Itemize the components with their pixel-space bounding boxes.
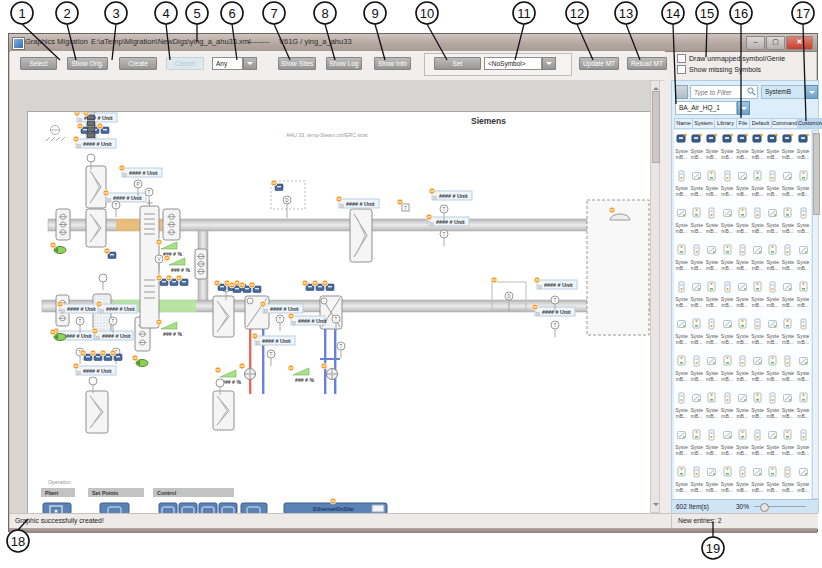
symbol-item[interactable]: SystemB... bbox=[750, 464, 765, 493]
symbol-item[interactable]: SystemB... bbox=[704, 279, 719, 308]
damper[interactable] bbox=[56, 209, 70, 240]
symbol-item[interactable]: SystemB... bbox=[780, 279, 795, 308]
symbol-item[interactable]: SystemB... bbox=[689, 353, 704, 382]
symbol-item[interactable]: SystemB... bbox=[750, 242, 765, 271]
column-header-default[interactable]: Default bbox=[750, 118, 772, 129]
library-combo[interactable]: BA_Air_HQ_1 bbox=[675, 101, 737, 115]
symbol-item[interactable]: SystemB... bbox=[765, 316, 780, 345]
symbol-item[interactable]: SystemB... bbox=[796, 353, 811, 382]
title-bar[interactable]: Graphics Migration E:\aTemp\Migration\Ne… bbox=[9, 34, 817, 52]
symbol-item[interactable]: SystemB... bbox=[765, 205, 780, 234]
column-header-system[interactable]: System bbox=[693, 118, 715, 129]
unit-value-chip[interactable]: #### # Unit bbox=[339, 199, 379, 208]
symbol-item[interactable]: SystemB... bbox=[689, 131, 704, 160]
symbol-item[interactable]: SystemB... bbox=[796, 464, 811, 493]
symbol-item[interactable]: SystemB... bbox=[689, 464, 704, 493]
symbol-item[interactable]: SystemB... bbox=[765, 168, 780, 197]
column-header-command[interactable]: Command bbox=[772, 118, 798, 129]
symbol-item[interactable]: SystemB... bbox=[765, 131, 780, 160]
symbol-item[interactable]: SystemB... bbox=[704, 464, 719, 493]
unit-value-chip[interactable]: #### # Unit bbox=[255, 336, 295, 345]
symbol-item[interactable]: SystemB... bbox=[796, 279, 811, 308]
symbol-item[interactable]: SystemB... bbox=[796, 316, 811, 345]
sensor-t[interactable]: T bbox=[440, 230, 448, 246]
minimize-button[interactable]: – bbox=[746, 36, 765, 50]
mixing-box[interactable] bbox=[140, 200, 159, 328]
system-combo-arrow[interactable] bbox=[805, 85, 818, 99]
percent-readout[interactable]: ### # % bbox=[169, 258, 190, 273]
heating-coil[interactable] bbox=[86, 391, 108, 433]
symbol-item[interactable]: SystemB... bbox=[780, 464, 795, 493]
column-header-customized[interactable]: Customized bbox=[798, 118, 822, 129]
reload-mt-button[interactable]: Reload MT bbox=[627, 57, 667, 70]
panel-scrollbar[interactable] bbox=[812, 130, 819, 499]
supply-fan[interactable] bbox=[213, 391, 234, 430]
symbol-item[interactable]: SystemB... bbox=[689, 390, 704, 419]
symbol-item[interactable]: SystemB... bbox=[674, 390, 689, 419]
symbol-item[interactable]: SystemB... bbox=[674, 242, 689, 271]
any-combo[interactable]: Any bbox=[212, 57, 243, 70]
cancel-button[interactable]: Cancel bbox=[166, 57, 204, 70]
unit-value-chip[interactable]: #### # Unit bbox=[95, 331, 133, 340]
symbol-item[interactable]: SystemB... bbox=[780, 205, 795, 234]
zoom-slider[interactable] bbox=[754, 506, 806, 507]
draw-unmapped-checkbox[interactable] bbox=[677, 54, 686, 63]
graphic-button[interactable] bbox=[241, 503, 267, 513]
scroll-down-icon[interactable] bbox=[653, 503, 659, 509]
show-orig-button[interactable]: Show Orig. bbox=[67, 57, 108, 70]
supply-fan[interactable] bbox=[213, 296, 234, 337]
select-button[interactable]: Select bbox=[20, 57, 57, 70]
sensor-d[interactable]: D bbox=[283, 196, 291, 218]
symbol-item[interactable]: SystemB... bbox=[780, 390, 795, 419]
symbol-item[interactable]: SystemB... bbox=[704, 390, 719, 419]
sensor-t[interactable]: T bbox=[112, 201, 120, 217]
show-sites-button[interactable]: Show Sites bbox=[278, 57, 316, 70]
symbol-item[interactable]: SystemB... bbox=[796, 390, 811, 419]
system-combo[interactable]: SystemB bbox=[761, 85, 805, 99]
symbol-item[interactable]: SystemB... bbox=[780, 353, 795, 382]
symbol-item[interactable]: SystemB... bbox=[796, 427, 811, 456]
symbol-item[interactable]: SystemB... bbox=[704, 427, 719, 456]
symbol-item[interactable]: SystemB... bbox=[720, 131, 735, 160]
symbol-item[interactable]: SystemB... bbox=[735, 316, 750, 345]
unit-value-chip[interactable]: #### # Unit bbox=[76, 366, 116, 375]
update-mt-button[interactable]: Update MT bbox=[579, 57, 619, 70]
symbol-item[interactable]: SystemB... bbox=[750, 279, 765, 308]
symbol-item[interactable]: SystemB... bbox=[674, 427, 689, 456]
percent-readout[interactable]: ### # % bbox=[293, 368, 314, 383]
symbol-item[interactable]: SystemB... bbox=[720, 427, 735, 456]
symbol-item[interactable]: SystemB... bbox=[704, 205, 719, 234]
symbol-item[interactable]: SystemB... bbox=[704, 168, 719, 197]
symbol-item[interactable]: SystemB... bbox=[765, 427, 780, 456]
sensor-t[interactable]: T bbox=[551, 321, 559, 337]
symbol-item[interactable]: SystemB... bbox=[674, 316, 689, 345]
unit-value-chip[interactable]: #### # Unit bbox=[432, 191, 472, 200]
unit-value-chip[interactable]: #### # Unit bbox=[106, 193, 146, 202]
symbol-item[interactable]: SystemB... bbox=[674, 131, 689, 160]
symbol-item[interactable]: SystemB... bbox=[674, 205, 689, 234]
damper[interactable] bbox=[195, 249, 207, 279]
percent-readout[interactable]: ### # % bbox=[161, 322, 182, 337]
unit-value-chip[interactable]: #### # Unit bbox=[291, 316, 327, 325]
symbol-item[interactable]: SystemB... bbox=[689, 279, 704, 308]
symbol-item[interactable]: SystemB... bbox=[796, 242, 811, 271]
graphic-button[interactable] bbox=[100, 503, 129, 513]
symbol-item[interactable]: SystemB... bbox=[780, 242, 795, 271]
zoom-slider-thumb[interactable] bbox=[760, 503, 769, 512]
show-info-button[interactable]: Show Info bbox=[374, 57, 411, 70]
sensor-t[interactable]: T bbox=[337, 342, 345, 358]
unit-value-chip[interactable]: #### # Unit bbox=[263, 304, 303, 313]
symbol-item[interactable]: SystemB... bbox=[765, 464, 780, 493]
symbol-item[interactable]: SystemB... bbox=[720, 464, 735, 493]
show-missing-checkbox[interactable] bbox=[677, 65, 686, 74]
symbol-item[interactable]: SystemB... bbox=[689, 316, 704, 345]
symbol-item[interactable]: SystemB... bbox=[720, 316, 735, 345]
symbol-item[interactable]: SystemB... bbox=[796, 205, 811, 234]
set-button[interactable]: Set bbox=[434, 57, 481, 70]
scroll-up-icon[interactable] bbox=[653, 84, 659, 90]
extract-fan[interactable] bbox=[350, 209, 372, 262]
symbol-item[interactable]: SystemB... bbox=[780, 131, 795, 160]
damper[interactable] bbox=[163, 209, 180, 240]
symbol-item[interactable]: SystemB... bbox=[735, 390, 750, 419]
symbol-item[interactable]: SystemB... bbox=[720, 279, 735, 308]
